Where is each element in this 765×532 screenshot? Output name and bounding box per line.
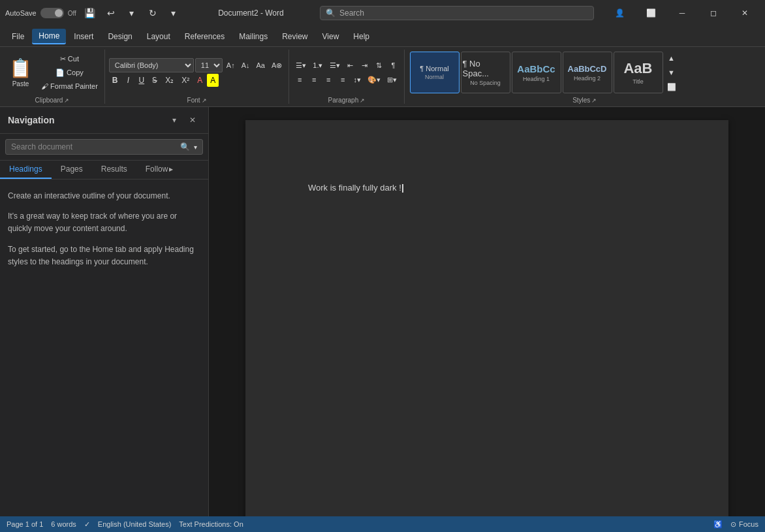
justify-button[interactable]: ≡ (336, 73, 349, 86)
menu-view[interactable]: View (316, 29, 346, 44)
language-info[interactable]: English (United States) (98, 520, 172, 528)
paragraph-expand-icon[interactable]: ↗ (360, 97, 365, 104)
menu-file[interactable]: File (5, 29, 31, 44)
line-spacing-button[interactable]: ↕▾ (351, 73, 364, 86)
document-page[interactable]: Work is finally fully dark ! (245, 120, 728, 516)
align-center-button[interactable]: ≡ (307, 73, 320, 86)
menu-mailings[interactable]: Mailings (232, 29, 274, 44)
account-icon[interactable]: 👤 (604, 3, 634, 23)
text-predictions[interactable]: Text Predictions: On (179, 520, 243, 528)
strikethrough-button[interactable]: S̶ (149, 74, 161, 87)
font-color-button[interactable]: A (194, 74, 206, 87)
tab-follow[interactable]: Follow (136, 161, 183, 179)
accessibility-icon[interactable]: ♿ (713, 520, 723, 529)
italic-button[interactable]: I (122, 74, 134, 87)
page-info[interactable]: Page 1 of 1 (7, 520, 43, 528)
nav-tabs: Headings Pages Results Follow (0, 161, 208, 180)
cut-button[interactable]: ✂ Cut (39, 52, 101, 65)
subscript-button[interactable]: X₂ (162, 74, 177, 87)
customize-qat-icon[interactable]: ▾ (165, 5, 182, 22)
global-search-bar[interactable]: 🔍 (320, 6, 594, 20)
borders-button[interactable]: ⊞▾ (384, 73, 399, 86)
menu-insert[interactable]: Insert (67, 29, 100, 44)
font-family-select[interactable]: Calibri (Body) (109, 58, 194, 72)
bullets-button[interactable]: ☰▾ (293, 59, 309, 72)
tab-headings[interactable]: Headings (0, 161, 52, 179)
paste-icon: 📋 (9, 57, 32, 79)
paragraph-controls: ☰▾ 1.▾ ☰▾ ⇤ ⇥ ⇅ ¶ ≡ ≡ ≡ ≡ ↕▾ 🎨▾ ⊞▾ (293, 59, 399, 86)
font-size-decrease-button[interactable]: A↓ (239, 59, 253, 72)
copy-button[interactable]: 📄 Copy (39, 66, 101, 79)
align-left-button[interactable]: ≡ (293, 73, 306, 86)
style-heading1[interactable]: AaBbCc Heading 1 (512, 52, 561, 93)
numbering-button[interactable]: 1.▾ (310, 59, 325, 72)
format-painter-button[interactable]: 🖌 Format Painter (39, 80, 101, 93)
multilevel-list-button[interactable]: ☰▾ (327, 59, 343, 72)
shading-button[interactable]: 🎨▾ (365, 73, 383, 86)
tab-pages[interactable]: Pages (52, 161, 92, 179)
font-expand-icon[interactable]: ↗ (202, 97, 207, 104)
sort-button[interactable]: ⇅ (373, 59, 386, 72)
nav-search-icon[interactable]: 🔍 (180, 142, 190, 151)
save-icon[interactable]: 💾 (82, 5, 99, 22)
highlight-button[interactable]: A (207, 74, 219, 87)
styles-more-button[interactable]: ⬜ (664, 80, 679, 93)
page-count: Page 1 of 1 (7, 520, 43, 528)
nav-dropdown-icon[interactable]: ▾ (166, 112, 182, 128)
redo-icon[interactable]: ↻ (144, 5, 161, 22)
increase-indent-button[interactable]: ⇥ (358, 59, 371, 72)
menu-help[interactable]: Help (347, 29, 376, 44)
document-area[interactable]: Work is finally fully dark ! (209, 107, 765, 516)
tab-results[interactable]: Results (92, 161, 136, 179)
focus-button[interactable]: ⊙ Focus (730, 520, 758, 529)
clipboard-group: 📋 Paste ✂ Cut 📄 Copy 🖌 Format Painter Cl… (0, 50, 105, 104)
paste-button[interactable]: 📋 Paste (4, 52, 37, 93)
style-normal[interactable]: ¶ Normal Normal (410, 52, 460, 93)
show-formatting-button[interactable]: ¶ (387, 59, 400, 72)
navigation-panel: Navigation ▾ ✕ 🔍 ▾ Headings Pages Result… (0, 107, 209, 516)
search-document-input[interactable] (11, 142, 176, 151)
bold-button[interactable]: B (109, 74, 121, 87)
font-row-1: Calibri (Body) 11 A↑ A↓ Aa A⊗ (109, 58, 285, 72)
global-search-input[interactable] (339, 8, 588, 18)
menu-layout[interactable]: Layout (140, 29, 177, 44)
undo-dropdown-icon[interactable]: ▾ (123, 5, 140, 22)
decrease-indent-button[interactable]: ⇤ (344, 59, 357, 72)
close-button[interactable]: ✕ (730, 3, 760, 23)
font-case-button[interactable]: Aa (254, 59, 268, 72)
undo-icon[interactable]: ↩ (102, 5, 119, 22)
menu-review[interactable]: Review (275, 29, 314, 44)
document-text[interactable]: Work is finally fully dark ! (308, 183, 666, 193)
nav-search-dropdown-icon[interactable]: ▾ (194, 144, 197, 151)
autosave-toggle[interactable] (40, 8, 64, 18)
autosave-knob (55, 9, 63, 17)
word-count[interactable]: 6 words (51, 520, 76, 528)
proofing-icon[interactable]: ✓ (84, 520, 90, 529)
menu-references[interactable]: References (178, 29, 231, 44)
nav-search-inner[interactable]: 🔍 ▾ (5, 139, 203, 155)
superscript-button[interactable]: X² (178, 74, 193, 87)
styles-group-label: Styles ↗ (409, 95, 762, 104)
ribbon-display-icon[interactable]: ⬜ (636, 3, 666, 23)
nav-header: Navigation ▾ ✕ (0, 107, 208, 134)
menu-home[interactable]: Home (32, 29, 66, 44)
align-right-button[interactable]: ≡ (322, 73, 335, 86)
styles-scroll-down-button[interactable]: ▼ (664, 66, 679, 79)
focus-icon: ⊙ (730, 520, 736, 529)
maximize-button[interactable]: ◻ (698, 3, 728, 23)
underline-button[interactable]: U (135, 74, 148, 87)
font-size-increase-button[interactable]: A↑ (224, 59, 238, 72)
style-heading2[interactable]: AaBbCcD Heading 2 (563, 52, 612, 93)
clipboard-expand-icon[interactable]: ↗ (64, 97, 69, 104)
styles-scroll-up-button[interactable]: ▲ (664, 52, 679, 65)
style-title[interactable]: AaB Title (614, 52, 663, 93)
styles-expand-icon[interactable]: ↗ (591, 97, 597, 104)
minimize-button[interactable]: ─ (667, 3, 697, 23)
nav-close-icon[interactable]: ✕ (185, 112, 200, 128)
menu-design[interactable]: Design (101, 29, 138, 44)
font-size-select[interactable]: 11 (195, 58, 223, 72)
statusbar-right: ♿ ⊙ Focus (713, 520, 758, 529)
style-no-spacing[interactable]: ¶ No Spac... No Spacing (461, 52, 510, 93)
clear-formatting-button[interactable]: A⊗ (269, 59, 285, 72)
nav-content: Create an interactive outline of your do… (0, 180, 208, 516)
